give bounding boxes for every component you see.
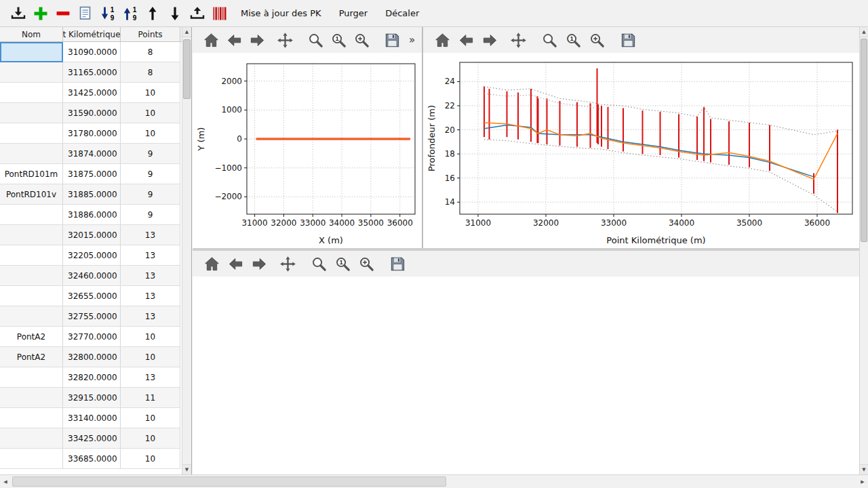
cell-point-kilometrique[interactable]: 33425.0000	[63, 428, 121, 449]
main-scrollbar-thumb[interactable]	[861, 39, 867, 242]
table-row[interactable]: PontA232800.000010	[0, 347, 180, 367]
table-row[interactable]: PontRD101m31875.00009	[0, 164, 180, 184]
purge-button[interactable]: Purger	[332, 3, 376, 24]
cell-point-kilometrique[interactable]: 31425.0000	[63, 83, 121, 103]
cell-points[interactable]: 10	[121, 408, 180, 428]
table-row[interactable]: 31886.00009	[0, 205, 180, 225]
cell-nom[interactable]	[0, 408, 63, 428]
add-row-button[interactable]	[29, 3, 52, 24]
cell-point-kilometrique[interactable]: 32205.0000	[63, 245, 121, 266]
cell-nom[interactable]	[0, 42, 63, 62]
cell-points[interactable]: 13	[121, 306, 180, 327]
pan-button[interactable]	[509, 30, 528, 49]
table-row[interactable]: 31425.000010	[0, 83, 180, 103]
back-button[interactable]	[225, 30, 243, 49]
table-row[interactable]: 32460.000013	[0, 266, 180, 286]
table-row[interactable]: 31090.00008	[0, 42, 180, 62]
cell-nom[interactable]	[0, 428, 63, 449]
cell-point-kilometrique[interactable]: 33140.0000	[63, 408, 121, 428]
cell-points[interactable]: 9	[121, 164, 180, 184]
cell-nom[interactable]	[0, 367, 63, 388]
cell-point-kilometrique[interactable]: 32015.0000	[63, 225, 121, 245]
cell-nom[interactable]	[0, 266, 63, 286]
cell-points[interactable]: 9	[121, 184, 180, 205]
secondary-plot-canvas-empty[interactable]	[193, 277, 859, 474]
save-button[interactable]	[383, 30, 401, 49]
cell-nom[interactable]	[0, 205, 63, 225]
sort-ascending-button[interactable]: 1 9	[119, 3, 141, 24]
save-button[interactable]	[388, 254, 407, 273]
cell-points[interactable]: 9	[121, 205, 180, 225]
cell-points[interactable]: 13	[121, 245, 180, 266]
table-row[interactable]: 31874.00009	[0, 144, 180, 164]
cell-point-kilometrique[interactable]: 31874.0000	[63, 144, 121, 164]
cell-nom[interactable]: PontRD101v	[0, 184, 63, 205]
cell-point-kilometrique[interactable]: 32800.0000	[63, 347, 121, 367]
remove-row-button[interactable]	[52, 3, 74, 24]
table-row[interactable]: PontA232770.000010	[0, 327, 180, 347]
table-row[interactable]: 32655.000013	[0, 286, 180, 306]
home-button[interactable]	[433, 30, 452, 49]
table-row[interactable]: 31780.000010	[0, 123, 180, 144]
zoom-button[interactable]	[540, 30, 559, 49]
cell-nom[interactable]	[0, 286, 63, 306]
pan-button[interactable]	[276, 30, 294, 49]
cell-point-kilometrique[interactable]: 31590.0000	[63, 103, 121, 123]
column-header-points[interactable]: Points	[121, 27, 180, 41]
cell-nom[interactable]	[0, 388, 63, 408]
import-button[interactable]	[7, 3, 29, 24]
home-button[interactable]	[202, 254, 221, 273]
cell-point-kilometrique[interactable]: 31090.0000	[63, 42, 121, 62]
shift-button[interactable]: Décaler	[378, 3, 427, 24]
cell-point-kilometrique[interactable]: 31875.0000	[63, 164, 121, 184]
profile-plot-canvas[interactable]: 3100032000330003400035000360001416182022…	[423, 53, 859, 248]
forward-button[interactable]	[250, 254, 269, 273]
main-vertical-scrollbar[interactable]: ▲ ▼	[859, 27, 868, 474]
table-vertical-scrollbar[interactable]: ▲ ▼	[182, 27, 191, 474]
sort-descending-button[interactable]: 1 9	[96, 3, 119, 24]
cell-points[interactable]: 13	[121, 367, 180, 388]
table-row[interactable]: 32755.000013	[0, 306, 180, 327]
main-horizontal-scrollbar[interactable]: ◀ ▶	[0, 474, 868, 488]
cell-point-kilometrique[interactable]: 31885.0000	[63, 184, 121, 205]
cell-points[interactable]: 13	[121, 286, 180, 306]
cell-points[interactable]: 10	[121, 449, 180, 469]
scroll-left-arrow-icon[interactable]: ◀	[0, 475, 11, 488]
cell-nom[interactable]	[0, 144, 63, 164]
table-scrollbar-thumb[interactable]	[183, 39, 191, 99]
table-row[interactable]: 33140.000010	[0, 408, 180, 428]
scroll-down-arrow-icon[interactable]: ▼	[860, 464, 868, 474]
cell-nom[interactable]: PontA2	[0, 347, 63, 367]
scroll-down-arrow-icon[interactable]: ▼	[182, 464, 191, 474]
zoom-one-button[interactable]: 1	[564, 30, 583, 49]
cell-nom[interactable]: PontRD101m	[0, 164, 63, 184]
cell-point-kilometrique[interactable]: 31886.0000	[63, 205, 121, 225]
notes-button[interactable]	[74, 3, 96, 24]
cell-points[interactable]: 10	[121, 123, 180, 144]
cell-nom[interactable]	[0, 449, 63, 469]
table-row[interactable]: 31165.00008	[0, 62, 180, 83]
horizontal-scrollbar-thumb[interactable]	[12, 476, 446, 487]
zoom-button[interactable]	[309, 254, 328, 273]
toolbar-overflow-chevron[interactable]: »	[406, 34, 418, 46]
cell-nom[interactable]	[0, 245, 63, 266]
column-header-nom[interactable]: Nom	[0, 27, 63, 41]
zoom-one-button[interactable]: 1	[330, 30, 348, 49]
table-row[interactable]: PontRD101v31885.00009	[0, 184, 180, 205]
profile-chart[interactable]: 3100032000330003400035000360001416182022…	[423, 53, 858, 248]
table-row[interactable]: 32205.000013	[0, 245, 180, 266]
pan-button[interactable]	[278, 254, 297, 273]
cell-points[interactable]: 10	[121, 103, 180, 123]
cell-nom[interactable]	[0, 83, 63, 103]
forward-button[interactable]	[480, 30, 499, 49]
scroll-up-arrow-icon[interactable]: ▲	[182, 27, 191, 37]
cell-points[interactable]: 10	[121, 83, 180, 103]
cell-points[interactable]: 8	[121, 62, 180, 83]
cell-points[interactable]: 13	[121, 266, 180, 286]
plan-chart[interactable]: 310003200033000340003500036000−2000−1000…	[193, 53, 422, 248]
back-button[interactable]	[456, 30, 475, 49]
back-button[interactable]	[226, 254, 245, 273]
cell-nom[interactable]	[0, 306, 63, 327]
update-pk-button[interactable]: Mise à jour des PK	[233, 3, 329, 24]
cell-point-kilometrique[interactable]: 32755.0000	[63, 306, 121, 327]
